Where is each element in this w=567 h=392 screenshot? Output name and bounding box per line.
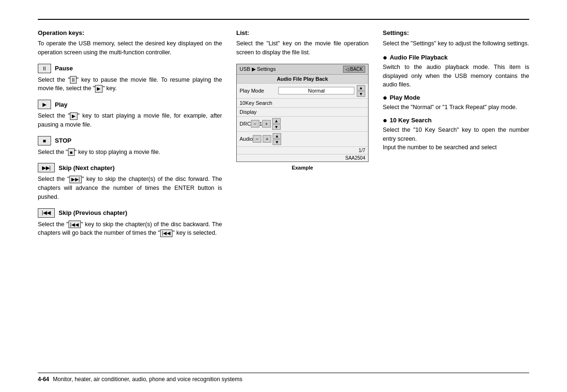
play-mode-row: Play Mode Normal ▲ ▼ [237, 84, 368, 99]
play-key-inline: ▶ [95, 85, 103, 93]
page-container: Operation keys: To operate the USB memor… [0, 0, 567, 392]
stop-desc: Select the "■" key to stop playing a mov… [38, 148, 222, 157]
audio-file-bullet: ● Audio File Playback Switch to the audi… [383, 54, 529, 89]
pause-label: Pause [55, 65, 73, 72]
settings-section: Settings: Select the "Settings" key to a… [383, 29, 529, 152]
bullet-dot-2: ● [383, 94, 387, 102]
pause-header: II Pause [38, 64, 222, 73]
skip-next-section: ▶▶| Skip (Next chapter) Select the "▶▶|"… [38, 163, 222, 201]
key-search-desc: Select the "10 Key Search" key to open t… [383, 126, 529, 144]
display-row[interactable]: Display [237, 108, 368, 117]
audio-btns: ▲ ▼ [273, 133, 281, 145]
skip-prev-key-inline: |◀◀ [69, 221, 81, 228]
pause-icon: II [38, 64, 51, 73]
stop-section: ■ STOP Select the "■" key to stop playin… [38, 136, 222, 157]
audio-file-label: Audio File Playback [390, 54, 448, 61]
pause-key-inline: II [70, 76, 77, 84]
key-search-header: ● 10 Key Search [383, 117, 529, 124]
footer-description: Monitor, heater, air conditioner, audio,… [53, 376, 242, 383]
play-mode-desc: Select the "Normal" or "1 Track Repeat" … [383, 103, 529, 112]
key-search-label-right: 10 Key Search [390, 117, 432, 124]
play-mode-label: Play Mode [240, 88, 277, 94]
right-column: Settings: Select the "Settings" key to a… [383, 29, 529, 244]
display-label: Display [240, 109, 257, 115]
skip-next-header: ▶▶| Skip (Next chapter) [38, 163, 222, 172]
bullet-dot-3: ● [383, 117, 387, 124]
play-icon: ▶ [38, 100, 51, 109]
middle-column: List: Select the "List" key on the movie… [236, 29, 369, 244]
play-label: Play [55, 101, 68, 108]
footer-page-number: 4-64 [38, 376, 49, 383]
drc-label: DRC [240, 121, 251, 127]
drc-btns: ▲ ▼ [272, 118, 281, 130]
drc-row: DRC − 1 + ▲ ▼ [237, 117, 368, 132]
play-section: ▶ Play Select the "▶" key to start playi… [38, 100, 222, 129]
drc-up-btn[interactable]: ▲ [272, 118, 281, 124]
audio-down-btn[interactable]: ▼ [273, 139, 281, 145]
list-desc: Select the "List" key on the movie file … [236, 39, 369, 57]
back-arrow: ◁ [345, 67, 349, 72]
stop-label: STOP [55, 137, 71, 144]
play-mode-header: ● Play Mode [383, 94, 529, 102]
skip-prev-header: |◀◀ Skip (Previous chapter) [38, 208, 222, 218]
operation-keys-section: Operation keys: To operate the USB memor… [38, 29, 222, 57]
play-header: ▶ Play [38, 100, 222, 109]
skip-prev-section: |◀◀ Skip (Previous chapter) Select the "… [38, 208, 222, 238]
screen-page: 1/7 [237, 147, 368, 154]
settings-heading: Settings: [383, 29, 529, 36]
left-column: Operation keys: To operate the USB memor… [38, 29, 222, 244]
drc-down-btn[interactable]: ▼ [272, 124, 281, 130]
audio-row: Audio − + ▲ ▼ [237, 132, 368, 147]
audio-label: Audio [240, 136, 253, 142]
footer-text: 4-64 Monitor, heater, air conditioner, a… [38, 376, 529, 383]
skip-prev-icon: |◀◀ [38, 208, 55, 218]
stop-key-inline: ■ [68, 148, 75, 156]
key-search-bullet: ● 10 Key Search Select the "10 Key Searc… [383, 117, 529, 152]
play-desc: Select the "▶" key to start playing a mo… [38, 111, 222, 129]
play-mode-btns: ▲ ▼ [357, 85, 365, 97]
drc-minus-btn[interactable]: − [251, 120, 259, 128]
key-search-label: 10Key Search [240, 100, 272, 106]
settings-desc: Select the "Settings" key to adjust the … [383, 39, 529, 48]
bullet-dot-1: ● [383, 54, 387, 61]
screen-header: USB ▶ Settings ◁ BACK [237, 64, 368, 75]
skip-next-desc: Select the "▶▶|" key to skip the chapter… [38, 175, 222, 201]
audio-file-header: ● Audio File Playback [383, 54, 529, 61]
drc-plus-btn[interactable]: + [262, 120, 271, 128]
skip-next-key-inline: ▶▶| [69, 176, 82, 183]
operation-keys-heading: Operation keys: [38, 29, 222, 36]
audio-minus-btn[interactable]: − [253, 135, 261, 143]
play-mode-label-right: Play Mode [390, 94, 420, 101]
play-mode-value: Normal [278, 87, 354, 94]
play-mode-down-btn[interactable]: ▼ [357, 91, 365, 97]
list-heading: List: [236, 29, 369, 36]
back-label: BACK [350, 67, 363, 72]
audio-plus-btn[interactable]: + [263, 135, 271, 143]
key-search-desc2: Input the number to be searched and sele… [383, 143, 529, 152]
top-divider [38, 19, 529, 20]
stop-icon: ■ [38, 136, 51, 145]
skip-next-icon: ▶▶| [38, 163, 55, 172]
pause-desc: Select the "II" key to pause the movie f… [38, 76, 222, 94]
skip-prev-label: Skip (Previous chapter) [59, 209, 127, 216]
skip-next-label: Skip (Next chapter) [59, 164, 114, 171]
play-mode-bullet: ● Play Mode Select the "Normal" or "1 Tr… [383, 94, 529, 112]
audio-file-desc: Switch to the audio playback mode. This … [383, 63, 529, 89]
pause-section: II Pause Select the "II" key to pause th… [38, 64, 222, 94]
example-label: Example [236, 165, 369, 170]
screen-code: SAA2504 [237, 154, 368, 162]
content-area: Operation keys: To operate the USB memor… [38, 29, 529, 244]
stop-header: ■ STOP [38, 136, 222, 145]
screen-image: USB ▶ Settings ◁ BACK Audio File Play Ba… [236, 64, 369, 162]
play-mode-up-btn[interactable]: ▲ [357, 85, 365, 91]
list-section: List: Select the "List" key on the movie… [236, 29, 369, 57]
screen-header-left: USB ▶ Settings [240, 66, 275, 72]
key-search-row[interactable]: 10Key Search [237, 99, 368, 108]
audio-up-btn[interactable]: ▲ [273, 133, 281, 139]
operation-keys-desc: To operate the USB memory, select the de… [38, 39, 222, 57]
page-footer: 4-64 Monitor, heater, air conditioner, a… [38, 373, 529, 383]
back-button[interactable]: ◁ BACK [343, 66, 365, 73]
play-key-inline2: ▶ [70, 112, 77, 120]
screen-title: Audio File Play Back [237, 75, 368, 84]
skip-prev-desc: Select the "|◀◀" key to skip the chapter… [38, 220, 222, 238]
